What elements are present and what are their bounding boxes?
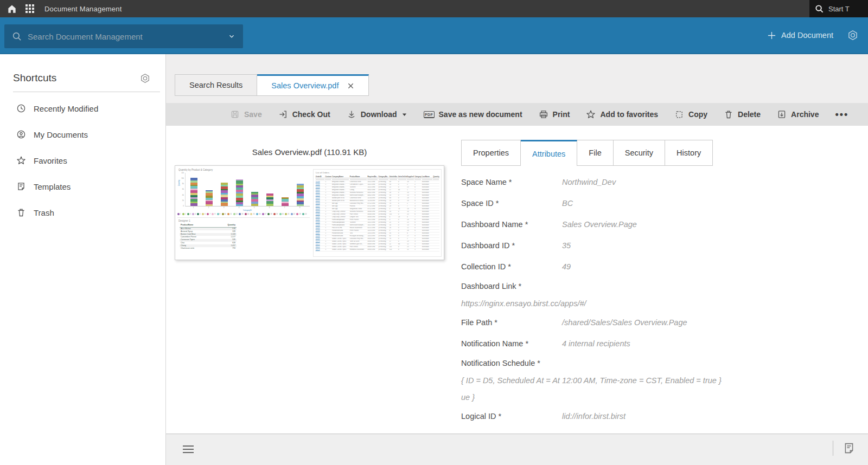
search-icon — [815, 4, 824, 14]
toolbar-print-button[interactable]: Print — [539, 109, 570, 119]
star-icon — [586, 109, 596, 119]
toolbar-add-to-favorites-button[interactable]: Add to favorites — [586, 109, 658, 119]
toolbar-check-out-button[interactable]: Check Out — [278, 109, 330, 119]
clock-icon — [16, 104, 26, 113]
table-row: 102731Godos Cocina TípicaRhönbräu Kloste… — [315, 248, 439, 251]
legend-item: 16 — [256, 213, 260, 215]
legend-item: 24 — [302, 213, 307, 215]
divider — [13, 92, 160, 92]
trash-icon — [724, 109, 733, 119]
stacked-bar — [251, 192, 258, 206]
field-value: /shared/Sales/Sales Overview.Page — [562, 318, 687, 327]
pdf-icon: PDF — [424, 111, 435, 118]
notes-panel-icon[interactable] — [843, 442, 855, 455]
toolbar-label: Print — [553, 110, 570, 119]
note-icon — [16, 182, 26, 191]
chevron-down-icon[interactable] — [228, 33, 235, 40]
search-input[interactable]: Search Document Management — [4, 24, 243, 48]
tab-search-results[interactable]: Search Results — [175, 74, 257, 96]
toolbar-copy-button[interactable]: Copy — [674, 109, 707, 119]
legend-item: 21 — [285, 213, 289, 215]
field-value: ue } — [461, 389, 854, 405]
printer-icon — [539, 109, 548, 119]
legend-item: 4 — [192, 213, 196, 215]
attribute-field-file-path: File Path */shared/Sales/Sales Overview.… — [461, 312, 854, 333]
toolbar-save-as-new-document-button[interactable]: PDFSave as new document — [424, 110, 522, 119]
toolbar-label: Check Out — [292, 110, 330, 119]
legend-item: 23 — [296, 213, 301, 215]
preview-chart-title: Quantity by Product & Category — [178, 169, 310, 171]
search-placeholder: Search Document Management — [28, 32, 228, 41]
legend-item: 15 — [250, 213, 254, 215]
toolbar-more-button[interactable]: ••• — [835, 112, 848, 117]
field-value: https://nginx.ensayo.birst.cc/apps/#/ — [461, 295, 854, 312]
sidebar-item-label: My Documents — [34, 130, 88, 139]
toolbar-archive-button[interactable]: Archive — [777, 109, 819, 119]
detail-tab-file[interactable]: File — [577, 140, 613, 166]
attribute-field-space-name: Space Name *Northwind_Dev — [461, 171, 854, 192]
global-search-button[interactable]: Start T — [809, 0, 868, 17]
field-value: 4 internal recipients — [562, 339, 630, 348]
settings-gear-icon[interactable] — [847, 30, 858, 41]
home-icon[interactable] — [7, 3, 17, 14]
add-document-button[interactable]: Add Document — [767, 31, 833, 40]
detail-tab-history[interactable]: History — [665, 140, 713, 166]
bottom-bar — [166, 434, 868, 465]
download-icon — [347, 109, 356, 119]
field-label: Space Name * — [461, 178, 562, 186]
pdf-preview-thumbnail[interactable]: Quantity by Product & Category Quantity … — [175, 165, 444, 260]
toolbar-download-button[interactable]: Download — [347, 109, 407, 119]
stacked-bar — [266, 193, 273, 206]
tab-label: Search Results — [189, 81, 242, 89]
close-icon[interactable] — [347, 82, 354, 89]
sidebar-item-recently-modified[interactable]: Recently Modified — [0, 95, 165, 121]
attribute-field-collection-id: Collection ID *49 — [461, 256, 854, 277]
stacked-bar — [236, 179, 243, 206]
detail-tab-security[interactable]: Security — [614, 140, 665, 166]
field-label: Dashboard Name * — [461, 220, 562, 229]
detail-tab-label: Attributes — [532, 150, 565, 158]
app-grid-icon[interactable] — [25, 4, 35, 14]
preview-orders-table: OrderIDCustomer...CompanyNameProductName… — [315, 176, 439, 251]
global-search-text: Start T — [828, 5, 850, 13]
attribute-field-space-id: Space ID *BC — [461, 192, 854, 214]
legend-item: 2 — [182, 213, 186, 215]
field-label: Collection ID * — [461, 262, 562, 271]
field-label: Notification Name * — [461, 339, 562, 348]
detail-tab-label: File — [589, 148, 601, 157]
sidebar-item-favorites[interactable]: Favorites — [0, 147, 165, 173]
toolbar-delete-button[interactable]: Delete — [724, 109, 761, 119]
sidebar-title: Shortcuts — [13, 72, 56, 84]
preview-chart-widget: Quantity by Product & Category Quantity … — [175, 166, 312, 260]
tab-sales-overview-pdf[interactable]: Sales Overview.pdf — [257, 74, 369, 96]
detail-tab-label: History — [676, 148, 701, 157]
field-value: Northwind_Dev — [562, 178, 616, 186]
star-icon — [16, 156, 26, 165]
legend-item: 3 — [187, 213, 191, 215]
ellipsis-icon: ••• — [835, 112, 848, 117]
detail-tabstrip: PropertiesAttributesFileSecurityHistory — [461, 140, 854, 166]
legend-item: 10 — [222, 213, 226, 215]
sidebar-item-templates[interactable]: Templates — [0, 173, 165, 199]
attributes-fields: Space Name *Northwind_DevSpace ID *BCDas… — [461, 171, 854, 427]
checkout-icon — [278, 109, 288, 119]
shortcuts-settings-gear-icon[interactable] — [140, 73, 150, 83]
field-label: Dashboard ID * — [461, 241, 562, 250]
plus-icon — [767, 31, 776, 40]
top-app-bar: Document Management Start T — [0, 0, 868, 17]
detail-tab-properties[interactable]: Properties — [461, 140, 521, 166]
sidebar-item-my-documents[interactable]: My Documents — [0, 121, 165, 147]
detail-tab-attributes[interactable]: Attributes — [521, 140, 577, 166]
field-value: BC — [562, 199, 573, 208]
toolbar-label: Save — [244, 110, 262, 119]
field-value: 49 — [562, 262, 571, 271]
attribute-field-notification-name: Notification Name *4 internal recipients — [461, 333, 854, 354]
divider — [833, 441, 833, 456]
sidebar-item-trash[interactable]: Trash — [0, 199, 165, 225]
hamburger-menu-icon[interactable] — [182, 443, 195, 455]
sidebar-item-label: Recently Modified — [34, 104, 98, 113]
detail-panel: PropertiesAttributesFileSecurityHistory … — [461, 140, 854, 427]
module-header: Search Document Management Add Document — [0, 17, 868, 54]
pdf-icon: PDF — [424, 111, 435, 118]
legend-item: 7 — [207, 213, 210, 215]
